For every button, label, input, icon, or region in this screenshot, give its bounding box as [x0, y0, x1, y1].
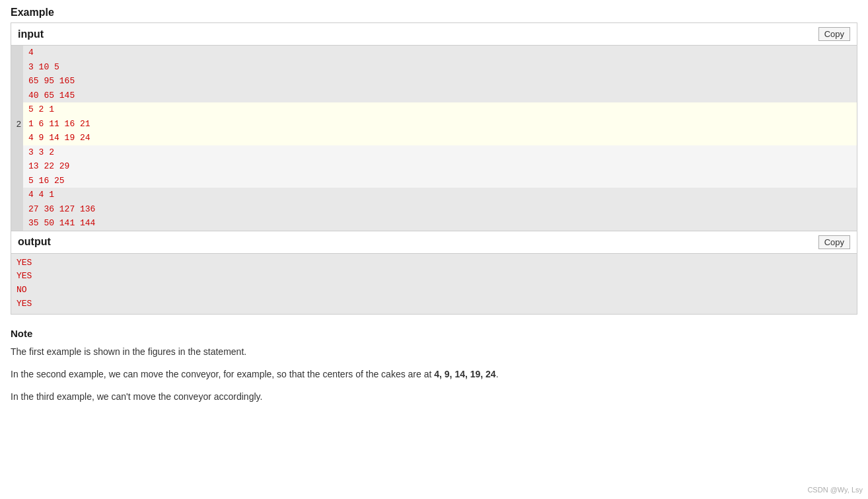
input-group-4-lines: 4 4 1 27 36 127 136 35 50 141 144	[23, 188, 857, 231]
input-line: 5 16 25	[23, 174, 857, 188]
input-content: 4 3 10 5 65 95 165 40 65 145 2 5 2 1 1 6…	[11, 46, 857, 231]
note-math: 4, 9, 14, 19, 24	[434, 369, 495, 379]
note-section: Note The first example is shown in the f…	[11, 328, 857, 404]
input-group-1: 4 3 10 5 65 95 165 40 65 145	[11, 46, 857, 102]
output-header: output Copy	[11, 231, 857, 254]
input-copy-button[interactable]: Copy	[818, 27, 850, 41]
note-paragraph-2: In the second example, we can move the c…	[11, 367, 857, 381]
input-group-3: 3 3 2 13 22 29 5 16 25	[11, 145, 857, 188]
output-block: output Copy YES YES NO YES	[11, 231, 857, 315]
line-number-4	[11, 188, 23, 231]
note-paragraph-3: In the third example, we can't move the …	[11, 389, 857, 404]
input-line: 40 65 145	[23, 89, 857, 103]
note-paragraph-1: The first example is shown in the figure…	[11, 344, 857, 359]
output-line: YES	[17, 256, 851, 270]
input-line: 4 4 1	[23, 188, 857, 202]
input-group-1-lines: 4 3 10 5 65 95 165 40 65 145	[23, 46, 857, 102]
output-line: YES	[17, 270, 851, 284]
line-number-3	[11, 145, 23, 188]
note-title: Note	[11, 328, 857, 339]
input-line: 1 6 11 16 21	[23, 117, 857, 132]
input-line: 65 95 165	[23, 74, 857, 89]
input-label: input	[18, 28, 44, 40]
input-line: 35 50 141 144	[23, 216, 857, 231]
line-number-1	[11, 46, 23, 102]
section-title: Example	[11, 7, 857, 19]
output-line: NO	[17, 284, 851, 297]
output-content: YES YES NO YES	[11, 254, 857, 314]
input-group-4: 4 4 1 27 36 127 136 35 50 141 144	[11, 188, 857, 231]
input-group-2-lines: 5 2 1 1 6 11 16 21 4 9 14 19 24	[23, 102, 857, 145]
input-group-3-lines: 3 3 2 13 22 29 5 16 25	[23, 145, 857, 188]
output-copy-button[interactable]: Copy	[818, 235, 850, 249]
input-line: 3 10 5	[23, 60, 857, 75]
input-line: 4 9 14 19 24	[23, 131, 857, 145]
input-line: 5 2 1	[23, 102, 857, 117]
input-block: input Copy 4 3 10 5 65 95 165 40 65 145 …	[11, 22, 857, 231]
input-line: 3 3 2	[23, 145, 857, 160]
input-line: 4	[23, 46, 857, 60]
input-line: 27 36 127 136	[23, 202, 857, 217]
input-group-2: 2 5 2 1 1 6 11 16 21 4 9 14 19 24	[11, 102, 857, 145]
line-number-2: 2	[11, 102, 23, 145]
watermark: CSDN @Wy, Lsy	[807, 486, 863, 494]
output-label: output	[18, 236, 51, 248]
input-line: 13 22 29	[23, 159, 857, 174]
output-line: YES	[17, 297, 851, 311]
input-header: input Copy	[11, 23, 857, 46]
